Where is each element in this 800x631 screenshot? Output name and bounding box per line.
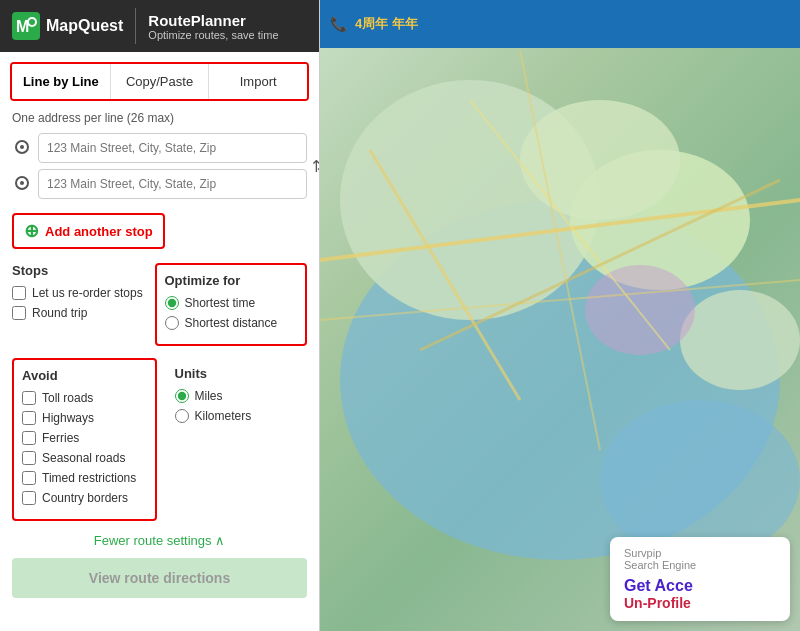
- round-trip-label: Round trip: [32, 306, 87, 320]
- ad-logo-area: Survpip Search Engine: [624, 547, 696, 571]
- mapquest-logo-icon: M: [12, 12, 40, 40]
- toll-roads-checkbox[interactable]: [22, 391, 36, 405]
- highways-checkbox[interactable]: [22, 411, 36, 425]
- shortest-distance-label: Shortest distance: [185, 316, 278, 330]
- shortest-distance-row: Shortest distance: [165, 316, 298, 330]
- stops-section: Stops Let us re-order stops Round trip: [12, 263, 145, 346]
- address-row-2: [12, 169, 307, 199]
- svg-point-14: [585, 265, 695, 355]
- timed-restrictions-label: Timed restrictions: [42, 471, 136, 485]
- address-section-label: One address per line (26 max): [12, 111, 307, 125]
- stops-optimize-row: Stops Let us re-order stops Round trip O…: [12, 263, 307, 346]
- avoid-section: Avoid Toll roads Highways Ferries Season…: [12, 358, 157, 521]
- address-inputs-container: ⇅: [12, 133, 307, 199]
- destination-input[interactable]: [38, 169, 307, 199]
- timed-restrictions-checkbox[interactable]: [22, 471, 36, 485]
- tab-import[interactable]: Import: [209, 64, 307, 99]
- svg-point-9: [600, 400, 800, 560]
- add-stop-button[interactable]: ⊕ Add another stop: [12, 213, 165, 249]
- svg-point-13: [520, 100, 680, 220]
- round-trip-checkbox[interactable]: [12, 306, 26, 320]
- map-panel: 📞 4周年 年年 Surv: [320, 0, 800, 631]
- tab-line-by-line[interactable]: Line by Line: [12, 64, 111, 99]
- avoid-units-row: Avoid Toll roads Highways Ferries Season…: [12, 358, 307, 521]
- highways-label: Highways: [42, 411, 94, 425]
- reorder-stops-row: Let us re-order stops: [12, 286, 145, 300]
- timed-restrictions-row: Timed restrictions: [22, 471, 147, 485]
- ad-banner-top: Survpip Search Engine: [624, 547, 776, 571]
- destination-icon: [12, 175, 32, 194]
- avoid-title: Avoid: [22, 368, 147, 383]
- header-divider: [135, 8, 136, 44]
- country-borders-checkbox[interactable]: [22, 491, 36, 505]
- ad-sub-text: Search Engine: [624, 559, 696, 571]
- swap-button[interactable]: ⇅: [312, 157, 320, 176]
- shortest-distance-radio[interactable]: [165, 316, 179, 330]
- map-background: 📞 4周年 年年 Surv: [320, 0, 800, 631]
- miles-row: Miles: [175, 389, 300, 403]
- ferries-checkbox[interactable]: [22, 431, 36, 445]
- origin-input[interactable]: [38, 133, 307, 163]
- units-title: Units: [175, 366, 300, 381]
- shortest-time-row: Shortest time: [165, 296, 298, 310]
- seasonal-roads-checkbox[interactable]: [22, 451, 36, 465]
- miles-radio[interactable]: [175, 389, 189, 403]
- country-borders-label: Country borders: [42, 491, 128, 505]
- ferries-row: Ferries: [22, 431, 147, 445]
- view-directions-button[interactable]: View route directions: [12, 558, 307, 598]
- left-panel: M MapQuest RoutePlanner Optimize routes,…: [0, 0, 320, 631]
- shortest-time-radio[interactable]: [165, 296, 179, 310]
- toll-roads-row: Toll roads: [22, 391, 147, 405]
- round-trip-row: Round trip: [12, 306, 145, 320]
- ad-banner: Survpip Search Engine Get Acce Un-Profil…: [610, 537, 790, 621]
- reorder-stops-checkbox[interactable]: [12, 286, 26, 300]
- fewer-settings-link[interactable]: Fewer route settings ∧: [12, 533, 307, 548]
- logo-area: M MapQuest: [12, 12, 123, 40]
- address-row-1: [12, 133, 307, 163]
- panel-content: One address per line (26 max): [0, 111, 319, 631]
- reorder-stops-label: Let us re-order stops: [32, 286, 143, 300]
- app-name: RoutePlanner: [148, 12, 278, 29]
- kilometers-row: Kilometers: [175, 409, 300, 423]
- input-mode-tabs: Line by Line Copy/Paste Import: [10, 62, 309, 101]
- optimize-section: Optimize for Shortest time Shortest dist…: [155, 263, 308, 346]
- stops-title: Stops: [12, 263, 145, 278]
- shortest-time-label: Shortest time: [185, 296, 256, 310]
- toll-roads-label: Toll roads: [42, 391, 93, 405]
- ad-secondary-text: Un-Profile: [624, 595, 776, 611]
- origin-icon: [12, 139, 32, 158]
- country-borders-row: Country borders: [22, 491, 147, 505]
- ad-main-text: Get Acce: [624, 577, 776, 595]
- svg-point-7: [20, 181, 24, 185]
- add-stop-icon: ⊕: [24, 220, 39, 242]
- tab-copy-paste[interactable]: Copy/Paste: [111, 64, 210, 99]
- tagline: Optimize routes, save time: [148, 29, 278, 41]
- kilometers-radio[interactable]: [175, 409, 189, 423]
- units-section: Units Miles Kilometers: [167, 358, 308, 521]
- svg-point-12: [680, 290, 800, 390]
- miles-label: Miles: [195, 389, 223, 403]
- mapquest-logo-text: MapQuest: [46, 17, 123, 35]
- svg-point-3: [29, 19, 35, 25]
- add-stop-label: Add another stop: [45, 224, 153, 239]
- ferries-label: Ferries: [42, 431, 79, 445]
- header: M MapQuest RoutePlanner Optimize routes,…: [0, 0, 319, 52]
- seasonal-roads-row: Seasonal roads: [22, 451, 147, 465]
- seasonal-roads-label: Seasonal roads: [42, 451, 125, 465]
- highways-row: Highways: [22, 411, 147, 425]
- optimize-title: Optimize for: [165, 273, 298, 288]
- svg-point-5: [20, 145, 24, 149]
- kilometers-label: Kilometers: [195, 409, 252, 423]
- ad-logo-text: Survpip: [624, 547, 696, 559]
- route-planner-info: RoutePlanner Optimize routes, save time: [148, 12, 278, 41]
